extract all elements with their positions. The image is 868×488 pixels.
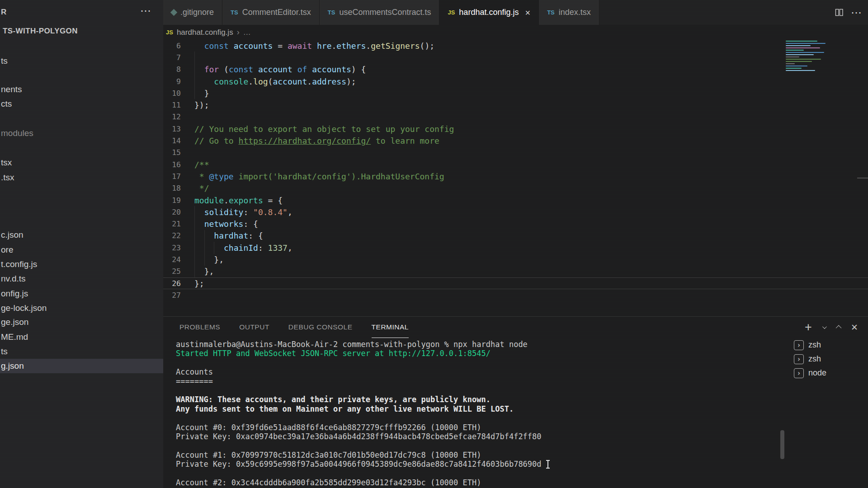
terminal-line: Account #1: 0x70997970c51812dc3a010c7d01… [176,450,542,460]
close-panel-button[interactable]: ✕ [851,322,858,333]
code-line: 11}); [163,99,868,111]
code-token: */ [194,183,209,193]
explorer-item[interactable]: ge.json [0,315,163,329]
line-number: 16 [163,160,181,169]
chevron-down-icon [822,324,826,329]
breadcrumb-symbol[interactable]: … [243,28,251,37]
code-line: 17 * @type import('hardhat/config').Hard… [163,170,868,182]
explorer-title-fragment: R [1,8,6,17]
tab-label: CommentEditor.tsx [242,8,311,17]
tab-label: hardhat.config.js [459,8,519,17]
code-token: : { [243,219,258,229]
split-editor-icon[interactable] [835,8,844,17]
panel-tab-output[interactable]: OUTPUT [239,317,269,338]
code-line: 26}; [163,277,868,289]
terminal-scrollbar-thumb[interactable] [780,430,784,459]
code-text: * @type import('hardhat/config').Hardhat… [194,172,444,181]
code-line: 25 }, [163,266,868,277]
tab-label: useCommentsContract.ts [339,8,431,17]
panel-tab-debug-console[interactable]: DEBUG CONSOLE [288,317,353,338]
code-token: , [288,243,292,253]
minimap-line [786,61,812,62]
line-number: 7 [163,53,181,62]
line-number: 14 [163,136,181,145]
terminal-instance-row[interactable]: ›node [794,366,826,380]
panel-tab-problems[interactable]: PROBLEMS [179,317,220,338]
code-token: ( [268,77,273,86]
editor-more-actions-icon[interactable]: ⋯ [851,6,862,19]
explorer-item[interactable]: ts [0,344,163,359]
code-token: . [248,77,253,86]
line-number: 8 [163,65,181,74]
code-text: */ [194,183,209,193]
panel-tab-terminal[interactable]: TERMINAL [372,317,409,338]
editor-tab[interactable]: JShardhat.config.js× [439,0,539,25]
code-line: 9 console.log(account.address); [163,75,868,87]
terminal-line: Account #2: 0x3c44cdddb6a900fa2b585dd299… [176,478,542,487]
code-token: @type [209,172,234,181]
explorer-item[interactable]: ts [0,54,163,68]
explorer-project-header[interactable]: TS-WITH-POLYGON [3,27,78,36]
code-token [194,219,204,229]
code-token: console [214,77,248,86]
terminal-line: Started HTTP and WebSocket JSON-RPC serv… [176,349,542,358]
minimap-line [786,50,804,51]
terminal-icon: › [794,340,804,350]
explorer-item[interactable]: ME.md [0,330,163,344]
minimap-line [786,45,811,46]
code-token: // Go to [194,136,239,145]
code-token: import('hardhat/config').HardhatUserConf… [239,172,444,181]
code-token: }, [194,267,214,276]
minimap[interactable] [786,41,835,72]
new-terminal-button[interactable]: + [805,321,812,333]
editor-tab[interactable]: TSCommentEditor.tsx [222,0,320,25]
plus-icon: + [805,321,812,333]
line-number: 26 [163,279,181,288]
code-token: address [312,77,346,86]
terminal-output[interactable]: austinmalerba@Austins-MacBook-Air-2 comm… [176,340,542,487]
explorer-item[interactable]: ore [0,243,163,257]
editor-tab[interactable]: TSindex.tsx [539,0,599,25]
terminal-instance-row[interactable]: ›zsh [794,352,826,366]
explorer-item[interactable]: t.config.js [0,257,163,272]
explorer-item[interactable]: nents [0,82,163,97]
tab-close-icon[interactable]: × [525,8,530,17]
code-token: = [273,41,288,51]
terminal-line: Any funds sent to them on Mainnet or any… [176,404,542,413]
explorer-more-actions-icon[interactable]: ⋯ [140,5,151,17]
code-token: accounts [234,41,273,51]
launch-profile-dropdown[interactable] [820,326,827,329]
explorer-item[interactable]: modules [0,126,163,141]
code-token: account [273,77,307,86]
explorer-item[interactable]: nv.d.ts [0,272,163,286]
editor-scrollbar-mark [857,178,868,178]
explorer-item[interactable]: tsx [0,155,163,170]
terminal-instance-row[interactable]: ›zsh [794,338,826,352]
code-text: }); [194,100,209,110]
explorer-item[interactable]: ge-lock.json [0,301,163,315]
code-token: exports [229,196,263,205]
code-area[interactable]: 6 const accounts = await hre.ethers.getS… [163,40,868,301]
breadcrumb-file[interactable]: hardhat.config.js [177,28,233,37]
explorer-item[interactable]: g.json [0,359,163,373]
explorer-item[interactable]: onfig.js [0,286,163,301]
breadcrumb-separator-icon: › [237,28,240,37]
explorer-item[interactable]: c.json [0,228,163,242]
mouse-ibeam-cursor [545,460,551,469]
code-token: (); [420,41,435,51]
code-token: : [243,207,253,217]
explorer-item[interactable]: cts [0,97,163,111]
editor-tab[interactable]: .gitignore [163,0,222,25]
explorer-sidebar: R ⋯ TS-WITH-POLYGON tsnentsctsmodulestsx… [0,0,163,488]
code-text: chainId: 1337, [194,243,292,253]
code-text: }; [194,279,204,288]
maximize-panel-button[interactable] [835,325,843,329]
code-token: hardhat [214,231,248,240]
explorer-item[interactable]: .tsx [0,170,163,185]
code-line: 13// You need to export an object to set… [163,123,868,135]
code-token: 1337 [268,243,288,253]
code-text: // Go to https://hardhat.org/config/ to … [194,136,439,145]
terminal-line [176,469,542,478]
editor-tab[interactable]: TSuseCommentsContract.ts [320,0,440,25]
terminal-instance-label: node [808,368,826,378]
